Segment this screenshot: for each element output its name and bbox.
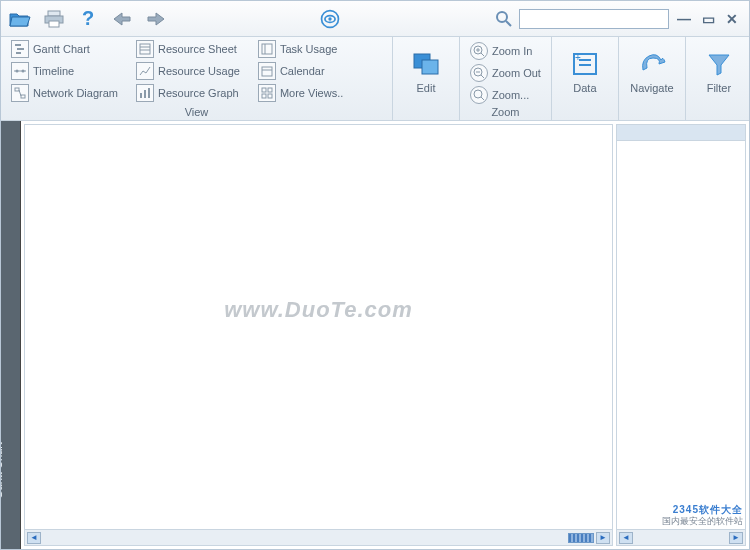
zoom-out-button[interactable]: Zoom Out bbox=[466, 63, 545, 83]
svg-rect-8 bbox=[15, 44, 21, 46]
resource-usage-icon bbox=[136, 62, 154, 80]
svg-text:+: + bbox=[575, 52, 581, 63]
svg-rect-32 bbox=[422, 60, 438, 74]
side-pane-header bbox=[617, 125, 745, 141]
svg-rect-28 bbox=[268, 88, 272, 92]
timeline-button[interactable]: Timeline bbox=[7, 61, 122, 81]
svg-point-13 bbox=[22, 70, 25, 73]
label: Resource Usage bbox=[158, 65, 240, 77]
label: Resource Sheet bbox=[158, 43, 237, 55]
watermark: www.DuoTe.com bbox=[224, 297, 413, 323]
svg-rect-0 bbox=[48, 11, 60, 16]
scroll-left-icon[interactable]: ◄ bbox=[27, 532, 41, 544]
forward-icon[interactable] bbox=[145, 8, 167, 30]
calendar-icon bbox=[258, 62, 276, 80]
svg-rect-10 bbox=[16, 52, 21, 54]
zoom-custom-button[interactable]: Zoom... bbox=[466, 85, 545, 105]
gantt-chart-icon bbox=[11, 40, 29, 58]
svg-rect-29 bbox=[262, 94, 266, 98]
back-icon[interactable] bbox=[111, 8, 133, 30]
svg-rect-9 bbox=[17, 48, 24, 50]
more-views-button[interactable]: More Views.. bbox=[254, 83, 347, 103]
maximize-button[interactable]: ▭ bbox=[699, 10, 717, 28]
side-pane: 2345软件大全 国内最安全的软件站 ◄ ► bbox=[616, 124, 746, 546]
svg-rect-17 bbox=[140, 44, 150, 54]
vertical-tab-label: Gantt Chart bbox=[0, 442, 4, 499]
edit-button[interactable]: Edit bbox=[399, 39, 453, 103]
svg-line-38 bbox=[481, 75, 484, 78]
svg-point-6 bbox=[497, 12, 507, 22]
data-icon: + bbox=[570, 49, 600, 79]
group-filter: Filter bbox=[686, 37, 750, 120]
calendar-button[interactable]: Calendar bbox=[254, 61, 347, 81]
minimize-button[interactable]: — bbox=[675, 10, 693, 28]
scroll-right-icon[interactable]: ► bbox=[596, 532, 610, 544]
resource-sheet-button[interactable]: Resource Sheet bbox=[132, 39, 244, 59]
group-view: Gantt Chart Timeline Network Diagram Res… bbox=[1, 37, 393, 120]
label: Zoom... bbox=[492, 89, 529, 101]
task-usage-button[interactable]: Task Usage bbox=[254, 39, 347, 59]
group-navigate: Navigate bbox=[619, 37, 686, 120]
group-label: Zoom bbox=[466, 105, 545, 120]
zoom-in-button[interactable]: Zoom In bbox=[466, 41, 545, 61]
svg-rect-22 bbox=[148, 88, 150, 98]
search-icon[interactable] bbox=[493, 8, 515, 30]
group-label: View bbox=[7, 105, 386, 120]
more-views-icon bbox=[258, 84, 276, 102]
label: Task Usage bbox=[280, 43, 337, 55]
open-icon[interactable] bbox=[9, 8, 31, 30]
zoom-in-icon bbox=[470, 42, 488, 60]
label: Calendar bbox=[280, 65, 325, 77]
timeline-icon bbox=[11, 62, 29, 80]
group-label bbox=[692, 105, 746, 120]
help-icon[interactable]: ? bbox=[77, 8, 99, 30]
label: Timeline bbox=[33, 65, 74, 77]
zoom-icon bbox=[470, 86, 488, 104]
svg-rect-23 bbox=[262, 44, 272, 54]
svg-rect-25 bbox=[262, 67, 272, 76]
gantt-chart-button[interactable]: Gantt Chart bbox=[7, 39, 122, 59]
group-label bbox=[625, 105, 679, 120]
vertical-tab[interactable]: Gantt Chart bbox=[1, 121, 21, 549]
ribbon: Gantt Chart Timeline Network Diagram Res… bbox=[1, 37, 749, 121]
filter-button[interactable]: Filter bbox=[692, 39, 746, 103]
close-button[interactable]: ✕ bbox=[723, 10, 741, 28]
label: Filter bbox=[707, 82, 731, 94]
print-icon[interactable] bbox=[43, 8, 65, 30]
scroll-right-icon[interactable]: ► bbox=[729, 532, 743, 544]
scroll-thumb[interactable] bbox=[568, 533, 594, 543]
network-diagram-button[interactable]: Network Diagram bbox=[7, 83, 122, 103]
workspace: Gantt Chart www.DuoTe.com ◄ ► 2345软件大全 国… bbox=[1, 121, 749, 549]
label: More Views.. bbox=[280, 87, 343, 99]
eye-logo-icon bbox=[319, 8, 341, 30]
svg-rect-14 bbox=[15, 88, 19, 91]
filter-icon bbox=[704, 49, 734, 79]
network-diagram-icon bbox=[11, 84, 29, 102]
svg-point-5 bbox=[328, 17, 331, 20]
svg-line-16 bbox=[19, 90, 21, 96]
svg-rect-30 bbox=[268, 94, 272, 98]
badge-sub: 国内最安全的软件站 bbox=[662, 516, 743, 527]
zoom-out-icon bbox=[470, 64, 488, 82]
resource-graph-button[interactable]: Resource Graph bbox=[132, 83, 244, 103]
scroll-left-icon[interactable]: ◄ bbox=[619, 532, 633, 544]
label: Network Diagram bbox=[33, 87, 118, 99]
resource-sheet-icon bbox=[136, 40, 154, 58]
search-input[interactable] bbox=[519, 9, 669, 29]
navigate-button[interactable]: Navigate bbox=[625, 39, 679, 103]
data-button[interactable]: + Data bbox=[558, 39, 612, 103]
label: Zoom In bbox=[492, 45, 532, 57]
site-badge: 2345软件大全 国内最安全的软件站 bbox=[662, 504, 743, 527]
label: Resource Graph bbox=[158, 87, 239, 99]
resource-usage-button[interactable]: Resource Usage bbox=[132, 61, 244, 81]
titlebar: ? — ▭ ✕ bbox=[1, 1, 749, 37]
label: Navigate bbox=[630, 82, 673, 94]
side-scrollbar[interactable]: ◄ ► bbox=[617, 529, 745, 545]
edit-icon bbox=[411, 49, 441, 79]
navigate-icon bbox=[637, 49, 667, 79]
main-scrollbar[interactable]: ◄ ► bbox=[25, 529, 612, 545]
main-pane: www.DuoTe.com ◄ ► bbox=[24, 124, 613, 546]
label: Gantt Chart bbox=[33, 43, 90, 55]
svg-rect-2 bbox=[49, 21, 59, 27]
label: Zoom Out bbox=[492, 67, 541, 79]
